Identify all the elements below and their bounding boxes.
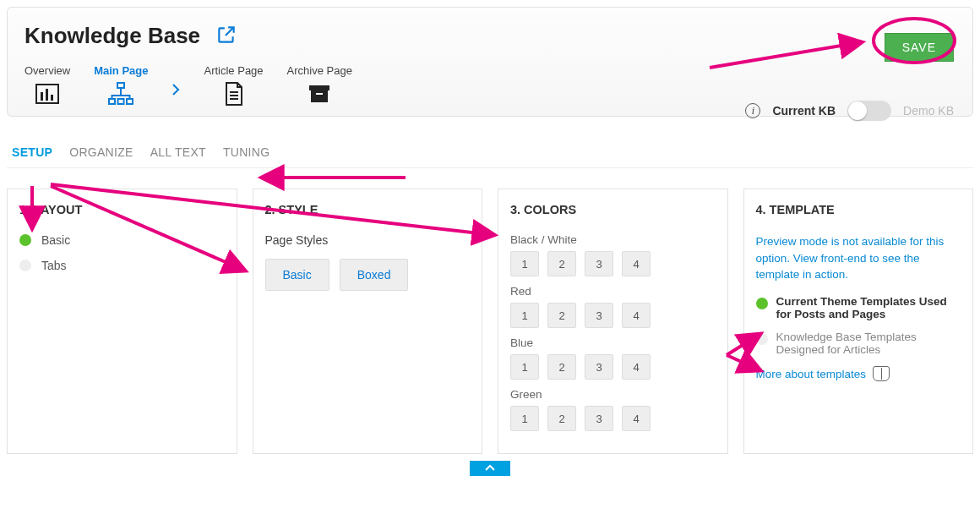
color-green-4[interactable]: 4	[622, 406, 651, 431]
color-group-red: Red	[510, 285, 716, 298]
color-blue-2[interactable]: 2	[547, 354, 576, 380]
nav-overview[interactable]: Overview	[24, 64, 70, 109]
current-kb-label: Current KB	[772, 104, 836, 118]
nav-overview-label: Overview	[24, 64, 70, 77]
tab-all-text[interactable]: ALL TEXT	[150, 145, 206, 159]
setup-panels: 1. LAYOUT Basic Tabs 2. STYLE Page Style…	[7, 189, 973, 454]
kb-toggle-zone: i Current KB Demo KB	[745, 101, 954, 121]
nav-article-page-label: Article Page	[204, 64, 263, 77]
svg-rect-4	[117, 83, 124, 88]
nav-main-page[interactable]: Main Page	[94, 64, 148, 109]
radio-icon	[19, 260, 31, 271]
color-blue-3[interactable]: 3	[585, 354, 613, 380]
color-group-bw: Black / White	[510, 233, 716, 246]
template-notice: Preview mode is not available for this o…	[756, 233, 961, 283]
svg-rect-9	[311, 90, 328, 102]
sitemap-icon	[106, 79, 136, 109]
color-row-bw: 1 2 3 4	[510, 251, 716, 276]
template-option-kb-templates-label: Knowledge Base Templates Designed for Ar…	[776, 331, 961, 356]
color-group-blue: Blue	[510, 336, 716, 349]
more-about-templates-label: More about templates	[756, 368, 867, 380]
panel-template-title: 4. TEMPLATE	[756, 203, 961, 216]
svg-rect-6	[118, 99, 124, 104]
layout-option-tabs-label: Tabs	[41, 259, 67, 272]
svg-rect-10	[316, 93, 323, 95]
panel-template: 4. TEMPLATE Preview mode is not availabl…	[743, 189, 974, 454]
svg-rect-3	[51, 95, 53, 101]
color-red-3[interactable]: 3	[585, 303, 613, 328]
color-green-2[interactable]: 2	[547, 406, 576, 431]
color-green-3[interactable]: 3	[585, 406, 613, 431]
style-basic-button[interactable]: Basic	[265, 259, 329, 291]
panel-layout: 1. LAYOUT Basic Tabs	[7, 189, 237, 454]
external-link-icon[interactable]	[215, 24, 237, 49]
kb-toggle[interactable]	[847, 101, 891, 121]
color-row-blue: 1 2 3 4	[510, 354, 716, 380]
color-row-green: 1 2 3 4	[510, 406, 716, 431]
nav-archive-page-label: Archive Page	[287, 64, 352, 77]
layout-option-tabs[interactable]: Tabs	[19, 259, 225, 272]
color-bw-4[interactable]: 4	[622, 251, 651, 276]
layout-options: Basic Tabs	[19, 233, 225, 272]
info-icon[interactable]: i	[745, 103, 760, 118]
chevron-right-icon	[172, 64, 180, 96]
nav-article-page[interactable]: Article Page	[204, 64, 263, 109]
radio-icon	[756, 298, 768, 309]
color-row-red: 1 2 3 4	[510, 303, 716, 328]
book-icon	[873, 366, 890, 381]
color-blue-4[interactable]: 4	[622, 354, 651, 380]
archive-icon	[304, 79, 335, 109]
color-bw-2[interactable]: 2	[547, 251, 576, 276]
layout-option-basic[interactable]: Basic	[19, 233, 225, 247]
setup-tabs: SETUP ORGANIZE ALL TEXT TUNING	[7, 132, 973, 168]
tab-setup[interactable]: SETUP	[12, 145, 52, 159]
color-group-green: Green	[510, 388, 716, 401]
panel-colors: 3. COLORS Black / White 1 2 3 4 Red 1 2 …	[498, 189, 728, 454]
more-about-templates-link[interactable]: More about templates	[756, 366, 890, 381]
panel-style-title: 2. STYLE	[265, 203, 471, 216]
color-red-1[interactable]: 1	[510, 303, 539, 328]
template-option-current-theme-label: Current Theme Templates Used for Posts a…	[776, 295, 961, 320]
bar-chart-icon	[32, 79, 63, 109]
svg-rect-2	[46, 89, 48, 101]
template-option-kb-templates[interactable]: Knowledge Base Templates Designed for Ar…	[756, 331, 961, 356]
panel-style: 2. STYLE Page Styles Basic Boxed	[253, 189, 483, 454]
page-styles-label: Page Styles	[265, 233, 471, 247]
panel-colors-title: 3. COLORS	[510, 203, 716, 216]
save-button[interactable]: SAVE	[885, 33, 954, 62]
color-red-2[interactable]: 2	[547, 303, 576, 328]
style-buttons: Basic Boxed	[265, 259, 471, 291]
panel-layout-title: 1. LAYOUT	[19, 203, 225, 216]
header-card: Knowledge Base SAVE Overview Main Page A…	[7, 7, 973, 117]
page-title: Knowledge Base	[24, 23, 200, 49]
svg-rect-7	[127, 99, 133, 104]
nav-archive-page[interactable]: Archive Page	[287, 64, 352, 109]
color-blue-1[interactable]: 1	[510, 354, 539, 380]
color-red-4[interactable]: 4	[622, 303, 651, 328]
nav-main-page-label: Main Page	[94, 64, 148, 77]
style-boxed-button[interactable]: Boxed	[340, 259, 409, 291]
document-icon	[219, 79, 249, 109]
tab-organize[interactable]: ORGANIZE	[69, 145, 133, 159]
collapse-tab[interactable]	[470, 461, 510, 476]
svg-rect-5	[109, 99, 115, 104]
color-bw-1[interactable]: 1	[510, 251, 539, 276]
tab-tuning[interactable]: TUNING	[223, 145, 270, 159]
template-option-current-theme[interactable]: Current Theme Templates Used for Posts a…	[756, 295, 961, 320]
layout-option-basic-label: Basic	[41, 233, 70, 247]
demo-kb-label: Demo KB	[903, 104, 954, 118]
radio-icon	[19, 234, 31, 246]
svg-rect-8	[309, 85, 329, 90]
radio-icon	[756, 333, 768, 345]
color-green-1[interactable]: 1	[510, 406, 539, 431]
svg-rect-1	[41, 92, 43, 101]
title-row: Knowledge Base	[24, 23, 956, 49]
color-bw-3[interactable]: 3	[585, 251, 613, 276]
